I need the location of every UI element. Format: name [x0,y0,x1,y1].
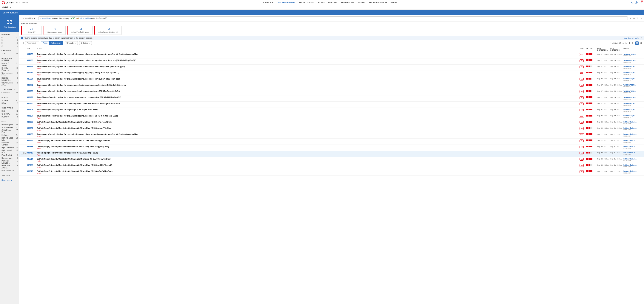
table-row[interactable]: 985514DotNet (Nuget) Security Update for… [19,157,644,163]
asset-link[interactable]: lx85sk.rdlab.in... [624,127,642,129]
asset-link[interactable]: lx85sk.rdlab.in... [624,139,642,141]
table-row[interactable]: 982992DotNet (Nuget) Security Update for… [19,120,644,126]
refresh-icon[interactable]: ⟳ [632,42,634,44]
asset-link[interactable]: WIN-I0NPJQU... [624,72,642,74]
table-row[interactable]: 984158Java (maven) Security Update for o… [19,132,644,139]
help-icon[interactable] [635,1,638,4]
filter-row[interactable]: CRITICAL11 [2,113,18,115]
filter-row[interactable]: Easy Exploit8 [2,154,18,157]
filter-row[interactable]: HIGH14 [2,110,18,113]
filter-row[interactable]: High Data Loss10 [2,146,18,149]
table-row[interactable]: 980140Java (maven) Security Update for c… [19,102,644,108]
qid-link[interactable]: 994538 [27,139,33,142]
nav-assets[interactable]: ASSETS [358,0,366,5]
vulnerability-view-button[interactable]: Vulnerability [49,41,63,45]
table-row[interactable]: ▾983719Nodejs (npm) Security Update for … [19,151,644,157]
filter-row[interactable]: High Lateral Mov...10 [2,149,18,154]
qid-link[interactable]: 988179 [27,96,33,98]
asset-link[interactable]: lx85sk.rdlab.in... [624,146,642,148]
logo[interactable]: Qualys Cloud Platform [2,1,28,4]
filter-row[interactable]: Malware21 [2,134,18,136]
filter-row[interactable]: MEDIUM8 [2,115,18,118]
row-checkbox[interactable] [21,152,24,154]
filter-row[interactable]: NEW2 [2,102,18,105]
asset-link[interactable]: WIN-I0NPJQU... [624,96,642,98]
insight-card[interactable]: 33Critical Vulns (QDS >= 90) [94,26,122,35]
table-row[interactable]: 984160Java (maven) Security Update for o… [19,58,644,65]
filter-row[interactable]: Red Hat Enterpris...2 [2,76,18,81]
query-help-icon[interactable]: ? [636,17,638,20]
filter-row[interactable]: Confirmed33 [2,91,18,94]
qid-link[interactable]: 985605 [27,109,33,111]
asset-link[interactable]: WIN-I0NPJQU... [624,109,642,111]
filter-row[interactable]: Privilege Escalati...5 [2,159,18,164]
col-severity[interactable]: SEVERITY [586,47,597,51]
qid-link[interactable]: 983467 [27,65,33,68]
insight-card[interactable]: 27CISA KEV [21,26,42,35]
prev-page-icon[interactable]: ◀ [622,42,624,44]
actions-dropdown[interactable]: Actions (0) ▼ [25,41,39,45]
filter-row[interactable]: ACTIVE31 [2,99,18,102]
qid-link[interactable]: 982958 [27,164,33,166]
filter-row[interactable]: Red Hat Enterpris...10 [2,67,18,72]
asset-link[interactable]: WIN-I0NPJQU... [624,102,642,104]
nav-knowledgebase[interactable]: KNOWLEDGEBASE [369,0,387,5]
table-row[interactable]: 994533DotNet (Nuget) Security Update for… [19,145,644,151]
filter-row[interactable]: 59 [2,39,18,42]
query-scope-select[interactable]: Vulnerability ▼ [21,17,37,20]
nav-reports[interactable]: REPORTS [328,0,337,5]
table-row[interactable]: 984158Java (maven) Security Update for o… [19,52,644,58]
qid-link[interactable]: 984157 [27,115,33,117]
table-row[interactable]: 985605Java (maven) Security Update for l… [19,108,644,114]
view-insights-link[interactable]: View Qualys Insights [624,37,639,39]
col-title[interactable]: TITLE [37,47,577,51]
filter-row[interactable]: 36 [2,42,18,44]
qid-link[interactable]: 980140 [27,102,33,105]
settings-icon[interactable]: ⚙ [640,42,642,44]
qid-link[interactable]: 982992 [27,121,33,123]
nav-vulnerabilities[interactable]: VULNERABILITIES [278,0,295,5]
filter-row[interactable]: Unauthenticated ...1 [2,169,18,174]
download-icon[interactable]: ⬇ [629,42,630,44]
filter-row[interactable]: Denial Of Service10 [2,141,18,146]
filter-row[interactable]: Public Exploit32 [2,123,18,126]
asset-link[interactable]: WIN-I0NPJQU... [624,78,642,80]
asset-link[interactable]: lx85sk.rdlab.in... [624,121,642,123]
asset-link[interactable]: lx85sk.rdlab.in... [624,158,642,160]
table-row[interactable]: 982958DotNet (Nuget) Security Update for… [19,163,644,169]
nav-dashboard[interactable]: DASHBOARD [262,0,274,5]
filters-dropdown[interactable]: ⚙ Filters ▼ [79,41,92,45]
asset-link[interactable]: WIN-I0NPJQU... [624,65,642,67]
save-search-icon[interactable]: ⊕ [633,17,635,20]
qid-link[interactable]: 983719 [27,152,33,154]
select-all-checkbox[interactable] [21,42,24,44]
qid-link[interactable]: 984160 [27,59,33,61]
filter-row[interactable]: Patch Not Availa...2 [2,164,18,169]
col-first-detected[interactable]: FIRST DETECTED [610,47,624,51]
table-row[interactable]: 986973Java (maven) Security Update for o… [19,89,644,95]
col-qid[interactable]: QID [27,47,37,51]
asset-link[interactable]: lx85sk.rdlab.in... [624,133,642,135]
nav-users[interactable]: USERS [390,0,397,5]
table-row[interactable]: 983064DotNet (Nuget) Security Update for… [19,126,644,132]
table-row[interactable]: 990221Java (maven) Security Update for c… [19,83,644,89]
close-icon[interactable]: ✕ [640,37,642,39]
nav-remediation[interactable]: REMEDIATION [341,0,354,5]
user-icon[interactable] [630,1,633,4]
insight-card[interactable]: 23Critical Patchable Vulns [68,26,93,35]
qid-link[interactable]: 983064 [27,127,33,129]
qid-link[interactable]: 990221 [27,84,33,86]
filter-row[interactable]: 21 [2,44,18,47]
qid-link[interactable]: 986972 [27,72,33,74]
nav-prioritization[interactable]: PRIORITIZATION [299,0,314,5]
asset-link[interactable]: WIN-I0NPJQU... [624,53,642,55]
filter-row[interactable]: Ubuntu Linux 22....8 [2,72,18,76]
groupby-dropdown[interactable]: Group by ▼ [65,41,78,45]
notifications-icon[interactable]: 11 [640,1,642,4]
asset-view-button[interactable]: Asset [41,41,49,45]
table-row[interactable]: 985604Java (maven) Security Update for o… [19,77,644,83]
show-less-link[interactable]: Show less ▲ [2,179,18,181]
table-row[interactable]: 984157Java (maven) Security Update for o… [19,114,644,120]
qid-link[interactable]: 985514 [27,158,33,160]
asset-link[interactable]: WIN-I0NPJQU... [624,84,642,86]
